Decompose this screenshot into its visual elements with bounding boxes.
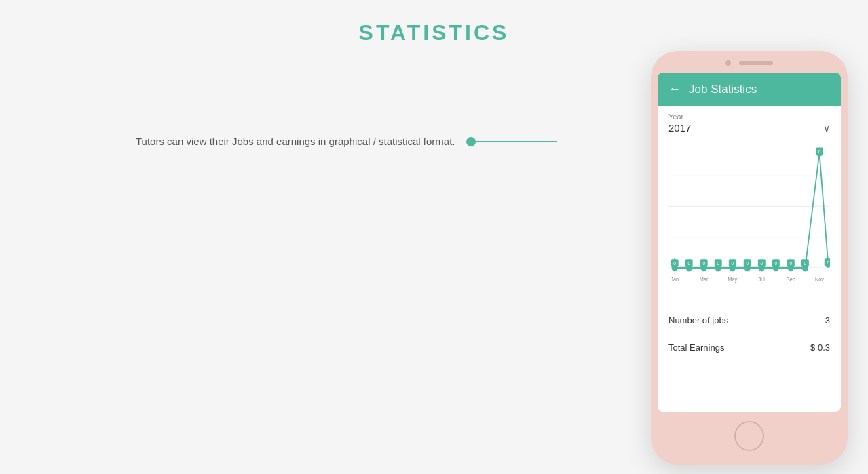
description-area: Tutors can view their Jobs and earnings … <box>136 136 557 147</box>
phone-screen: ← Job Statistics Year 2017 ∨ <box>658 73 841 412</box>
svg-text:0: 0 <box>687 260 690 267</box>
connector-line <box>476 141 557 142</box>
svg-text:0: 0 <box>804 260 807 267</box>
camera-dot <box>725 60 731 66</box>
home-button[interactable] <box>734 421 764 451</box>
year-label: Year <box>668 113 830 121</box>
svg-text:0: 0 <box>702 260 705 267</box>
svg-text:0: 0 <box>761 260 763 267</box>
svg-text:0: 0 <box>818 149 821 155</box>
back-arrow-icon[interactable]: ← <box>668 82 681 96</box>
svg-text:Jan: Jan <box>671 276 679 283</box>
svg-text:Mar: Mar <box>700 276 709 283</box>
dot-connector <box>466 137 557 146</box>
total-earnings-value: $ 0.3 <box>810 342 830 353</box>
svg-text:0: 0 <box>673 260 676 267</box>
year-selector[interactable]: Year 2017 ∨ <box>658 106 841 138</box>
phone-mockup: ← Job Statistics Year 2017 ∨ <box>651 51 848 465</box>
svg-text:0: 0 <box>746 260 749 267</box>
svg-text:Nov: Nov <box>815 276 825 283</box>
svg-text:0: 0 <box>775 260 778 267</box>
description-text: Tutors can view their Jobs and earnings … <box>136 136 455 147</box>
app-header: ← Job Statistics <box>658 73 841 106</box>
phone-outer: ← Job Statistics Year 2017 ∨ <box>651 51 848 465</box>
app-header-title: Job Statistics <box>689 83 757 96</box>
phone-bottom <box>658 412 841 455</box>
svg-text:0: 0 <box>827 260 829 266</box>
svg-text:0: 0 <box>790 260 793 267</box>
year-value: 2017 <box>668 122 691 134</box>
number-of-jobs-label: Number of jobs <box>668 315 728 325</box>
stats-row-earnings: Total Earnings $ 0.3 <box>658 334 841 361</box>
year-select-row: 2017 ∨ <box>668 122 830 134</box>
page-title: STATISTICS <box>0 0 868 45</box>
chart-area: 0 0 0 0 0 0 <box>658 138 841 301</box>
stats-row-jobs: Number of jobs 3 <box>658 307 841 334</box>
statistics-chart: 0 0 0 0 0 0 <box>668 145 830 298</box>
stats-footer: Number of jobs 3 Total Earnings $ 0.3 <box>658 307 841 361</box>
svg-text:Sep: Sep <box>787 276 795 283</box>
number-of-jobs-value: 3 <box>825 315 830 325</box>
chevron-down-icon: ∨ <box>823 123 830 134</box>
total-earnings-label: Total Earnings <box>668 342 724 353</box>
svg-text:0: 0 <box>717 260 719 267</box>
speaker-bar <box>739 61 773 65</box>
connector-dot <box>466 137 476 146</box>
svg-text:0: 0 <box>732 260 734 267</box>
svg-text:Jul: Jul <box>759 276 766 283</box>
phone-top-bar <box>658 60 841 66</box>
svg-text:May: May <box>728 276 738 283</box>
